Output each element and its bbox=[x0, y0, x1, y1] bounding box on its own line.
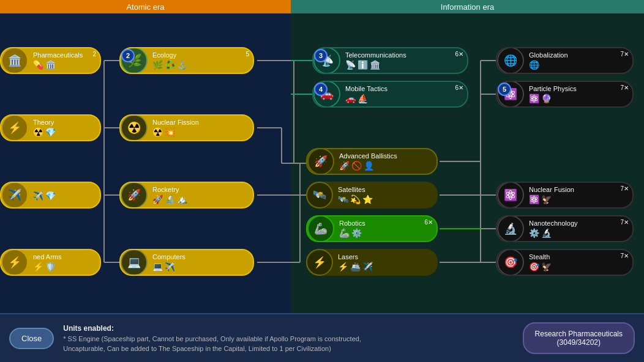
computers-icon: 💻 bbox=[121, 249, 148, 276]
units-enabled-text: * SS Engine (Spaceship part, Cannot be p… bbox=[63, 334, 513, 354]
mobile-tactics-badge: 4 bbox=[314, 83, 328, 96]
node-nanotechnology[interactable]: 🔬 Nanotechnology ⚙️ 🔬 7✕ bbox=[496, 215, 634, 242]
node-satellites[interactable]: 🛰️ Satellites 🛰️ 💫 ⭐ bbox=[306, 182, 438, 209]
units-enabled-title: Units enabled: bbox=[63, 323, 513, 334]
node-combined-arms[interactable]: ⚡ ned Arms ⚡ 🛡️ bbox=[0, 249, 101, 276]
node-robotics[interactable]: 🦾 Robotics 🦾 ⚙️ 6✕ bbox=[306, 215, 438, 242]
globalization-icon: 🌐 bbox=[497, 47, 524, 74]
node-mobile-tactics[interactable]: 🚗 Mobile Tactics 🚗 ⛵ 6✕ bbox=[312, 81, 468, 108]
nanotechnology-icon: 🔬 bbox=[497, 215, 524, 242]
era-header-atomic: Atomic era bbox=[0, 0, 291, 13]
node-advanced-ballistics[interactable]: 🚀 Advanced Ballistics 🚀 🚫 👤 bbox=[306, 148, 438, 175]
node-telecommunications[interactable]: 📡 Telecommunications 📡 ℹ️ 🏛️ 6✕ bbox=[312, 47, 468, 74]
fission-icon: ☢️ bbox=[121, 114, 148, 141]
ecology-badge: 2 bbox=[121, 49, 135, 62]
rocketry-left-icon: ✈️ bbox=[1, 182, 28, 209]
node-nuclear-fission[interactable]: ☢️ Nuclear Fission ☢️ 💥 bbox=[119, 114, 254, 141]
rocketry-icon: 🚀 bbox=[121, 182, 148, 209]
ballistics-icon: 🚀 bbox=[307, 148, 334, 175]
node-lasers[interactable]: ⚡ Lasers ⚡ 🚢 ✈️ bbox=[306, 249, 438, 276]
era-header-information: Information era bbox=[291, 0, 644, 13]
node-particle-physics[interactable]: ⚛️ Particle Physics ⚛️ 🔮 7✕ bbox=[496, 81, 634, 108]
theory-icon: ⚡ bbox=[1, 114, 28, 141]
node-globalization[interactable]: 🌐 Globalization 🌐 7✕ bbox=[496, 47, 634, 74]
combined-arms-icon: ⚡ bbox=[1, 249, 28, 276]
telecom-badge: 3 bbox=[314, 49, 328, 62]
nuclear-fusion-icon: ⚛️ bbox=[497, 182, 524, 209]
satellites-icon: 🛰️ bbox=[306, 182, 333, 209]
research-label: Research Pharmaceuticals(3049/34202) bbox=[535, 330, 623, 347]
node-pharmaceuticals[interactable]: 🏛️ Pharmaceuticals 💊 🏛️ 2 bbox=[0, 47, 101, 74]
node-nuclear-fusion[interactable]: ⚛️ Nuclear Fusion ⚛️ 🦅 7✕ bbox=[496, 182, 634, 209]
research-button[interactable]: Research Pharmaceuticals(3049/34202) bbox=[523, 322, 635, 354]
pharmaceuticals-icon: 🏛️ bbox=[1, 47, 28, 74]
lasers-icon: ⚡ bbox=[306, 249, 333, 276]
node-computers[interactable]: 💻 Computers 💻 ✈️ bbox=[119, 249, 254, 276]
robotics-icon: 🦾 bbox=[307, 215, 334, 242]
node-ecology[interactable]: 🌿 Ecology 🌿 ♻️ ⚓ 5 bbox=[119, 47, 254, 74]
node-stealth[interactable]: 🎯 Stealth 🎯 🦅 7✕ bbox=[496, 249, 634, 276]
bottom-info: Units enabled: * SS Engine (Spaceship pa… bbox=[63, 323, 513, 354]
node-rocketry-left[interactable]: ✈️ ✈️ 💎 bbox=[0, 182, 101, 209]
node-rocketry[interactable]: 🚀 Rocketry 🚀 🔬 🏔️ bbox=[119, 182, 254, 209]
particle-physics-badge: 5 bbox=[498, 83, 511, 96]
node-game-theory[interactable]: ⚡ Theory ☢️ 💎 bbox=[0, 114, 101, 141]
bottom-bar: Close Units enabled: * SS Engine (Spaces… bbox=[0, 313, 644, 362]
close-button[interactable]: Close bbox=[9, 328, 54, 349]
stealth-icon: 🎯 bbox=[497, 249, 524, 276]
